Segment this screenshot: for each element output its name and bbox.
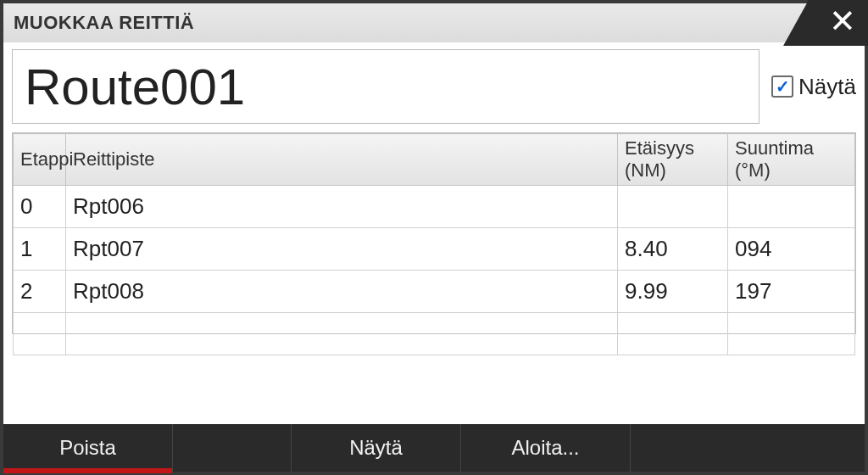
delete-button-label: Poista <box>59 436 116 460</box>
col-bearing[interactable]: Suuntima (°M) <box>728 134 855 186</box>
show-button-label: Näytä <box>349 436 403 460</box>
col-waypoint[interactable]: Reittipiste <box>66 134 618 186</box>
cell-distance: 9.99 <box>618 271 728 313</box>
table-header-row: Etappi Reittipiste Etäisyys (NM) Suuntim… <box>14 134 855 186</box>
cell-distance <box>618 186 728 228</box>
cell-leg: 1 <box>14 228 66 271</box>
edit-route-dialog: MUOKKAA REITTIÄ ✕ ✓ Näytä <box>0 0 868 475</box>
cell-bearing: 094 <box>728 228 855 271</box>
col-distance[interactable]: Etäisyys (NM) <box>618 134 728 186</box>
dialog-title: MUOKKAA REITTIÄ <box>14 12 194 34</box>
dialog-content: ✓ Näytä Etappi Reittipiste Etäisyys (NM)… <box>3 42 865 424</box>
show-button[interactable]: Näytä <box>292 424 461 472</box>
waypoints-table: Etappi Reittipiste Etäisyys (NM) Suuntim… <box>12 132 856 334</box>
cell-waypoint: Rpt008 <box>66 271 618 313</box>
close-button[interactable]: ✕ <box>783 0 868 46</box>
checkbox-icon: ✓ <box>771 75 793 98</box>
table-row[interactable]: 1 Rpt007 8.40 094 <box>14 228 855 271</box>
cell-bearing: 197 <box>728 271 855 313</box>
dialog-footer: Poista Näytä Aloita... <box>3 424 865 472</box>
cell-waypoint: Rpt007 <box>66 228 618 271</box>
route-name-input[interactable] <box>12 49 760 124</box>
table-row[interactable]: 0 Rpt006 <box>14 186 855 228</box>
checkmark-icon: ✓ <box>776 78 790 95</box>
table-row[interactable]: 2 Rpt008 9.99 197 <box>14 271 855 313</box>
cell-bearing <box>728 186 855 228</box>
titlebar: MUOKKAA REITTIÄ ✕ <box>3 3 865 42</box>
cell-waypoint: Rpt006 <box>66 186 618 228</box>
cell-leg: 2 <box>14 271 66 313</box>
show-route-toggle[interactable]: ✓ Näytä <box>771 74 856 100</box>
col-leg[interactable]: Etappi <box>14 134 66 186</box>
cell-leg: 0 <box>14 186 66 228</box>
footer-spacer <box>173 424 292 472</box>
route-name-row: ✓ Näytä <box>12 49 856 124</box>
cell-distance: 8.40 <box>618 228 728 271</box>
show-route-label: Näytä <box>798 74 856 100</box>
start-button[interactable]: Aloita... <box>461 424 631 472</box>
start-button-label: Aloita... <box>511 436 579 460</box>
delete-button[interactable]: Poista <box>3 424 173 472</box>
